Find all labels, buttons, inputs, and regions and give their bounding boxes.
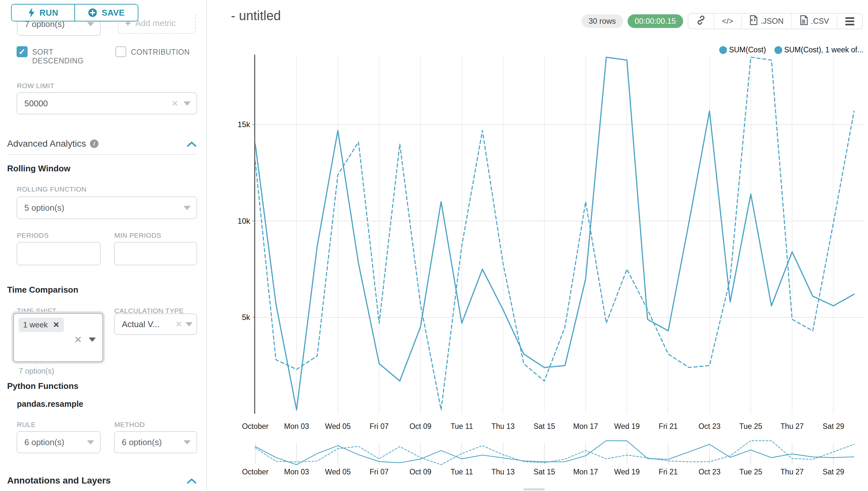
mini-x-axis-label: Sat 15 <box>533 468 555 476</box>
x-axis-label: Mon 03 <box>284 422 309 431</box>
mini-x-axis-label: Fri 07 <box>370 468 389 476</box>
x-axis-label: Fri 21 <box>659 422 678 431</box>
run-button-label: RUN <box>40 8 59 18</box>
x-axis-label: Wed 19 <box>614 422 640 431</box>
run-button[interactable]: RUN <box>12 4 75 21</box>
x-axis-label: Tue 11 <box>451 422 473 431</box>
x-axis-label: Wed 05 <box>325 422 351 431</box>
x-axis-label: Tue 25 <box>739 422 763 431</box>
x-axis-label: Sat 29 <box>823 422 844 431</box>
mini-x-axis-label: Wed 05 <box>325 468 351 476</box>
save-button-label: SAVE <box>102 8 125 18</box>
mini-x-axis-label: Oct 23 <box>699 468 720 476</box>
x-axis-label: Sat 15 <box>533 422 555 431</box>
mini-x-axis-label: Thu 27 <box>781 468 804 476</box>
series-solid-line <box>255 57 854 410</box>
x-axis-label: October <box>242 422 269 431</box>
x-axis-label: Oct 23 <box>699 422 720 431</box>
x-axis-label: Thu 27 <box>781 422 804 431</box>
x-axis-label: Fri 07 <box>370 422 389 431</box>
y-axis-label: 15k <box>238 120 250 129</box>
superset-explore-view: RUN SAVE 7 option(s) + Add metric ✓ SORT… <box>0 0 868 491</box>
mini-x-axis-label: Wed 19 <box>614 468 640 476</box>
y-axis-label: 5k <box>242 313 250 322</box>
mini-x-axis-label: Thu 13 <box>492 468 515 476</box>
mini-x-axis-label: Sat 29 <box>823 468 844 476</box>
mini-x-axis-label: Oct 09 <box>409 468 431 476</box>
mini-x-axis-label: Tue 25 <box>739 468 763 476</box>
mini-x-axis-label: Mon 17 <box>573 468 598 476</box>
mini-x-axis-label: Tue 11 <box>451 468 473 476</box>
timeseries-line-chart[interactable]: OctoberOctoberMon 03Mon 03Wed 05Wed 05Fr… <box>0 0 868 491</box>
plus-circle-icon <box>88 8 97 17</box>
x-axis-label: Oct 09 <box>409 422 431 431</box>
mini-x-axis-label: Mon 03 <box>284 468 309 476</box>
mini-x-axis-label: Fri 21 <box>659 468 678 476</box>
save-button[interactable]: SAVE <box>75 4 138 21</box>
series-dashed-line <box>255 57 854 410</box>
mini-series-dashed-line <box>255 441 854 465</box>
run-save-button-group: RUN SAVE <box>11 4 138 22</box>
mini-x-axis-label: October <box>242 468 269 476</box>
y-axis-label: 10k <box>238 216 250 225</box>
lightning-bolt-icon <box>28 8 35 18</box>
resize-handle[interactable] <box>523 488 545 490</box>
x-axis-label: Mon 17 <box>573 422 598 431</box>
x-axis-label: Thu 13 <box>492 422 515 431</box>
